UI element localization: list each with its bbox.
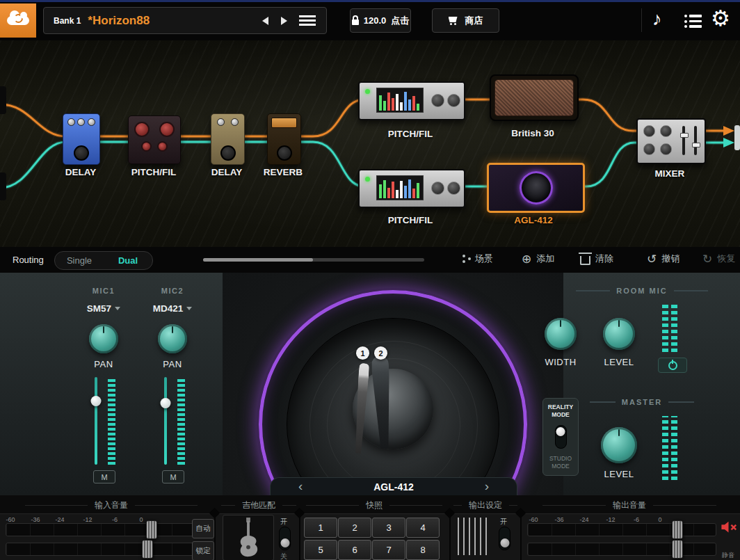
- room-mic-title: ROOM MIC: [616, 287, 667, 295]
- mic2-mute-button[interactable]: M: [162, 470, 184, 483]
- preset-name: *Horizon88: [88, 14, 150, 28]
- cloud-sync-button[interactable]: [0, 3, 36, 38]
- redo-button[interactable]: ↻ 恢复: [702, 253, 735, 265]
- cab-agl412-selected[interactable]: [487, 163, 585, 213]
- routing-single-option[interactable]: Single: [55, 255, 104, 266]
- output-gain-handle[interactable]: [672, 520, 683, 539]
- undo-label: 撤销: [661, 253, 679, 265]
- rack-mixer[interactable]: [636, 118, 706, 164]
- input-gain-handle-2[interactable]: [142, 540, 153, 559]
- output-mute-button[interactable]: [719, 518, 738, 536]
- mic1-level-meter: [108, 377, 115, 465]
- guitar-match-title: 吉他匹配: [221, 499, 296, 511]
- preset-menu-icon[interactable]: [299, 15, 316, 26]
- master-meter: [662, 416, 677, 480]
- scale-label: 0: [652, 516, 668, 523]
- preset-next-button[interactable]: [275, 8, 293, 33]
- toggle-knob[interactable]: [280, 538, 289, 547]
- snapshot-1-button[interactable]: 1: [304, 518, 337, 538]
- rack-pitchfil-bottom[interactable]: [358, 169, 465, 208]
- reality-mode-toggle[interactable]: [555, 425, 567, 449]
- room-mic-power-button[interactable]: [658, 358, 687, 373]
- room-mic-meter: [662, 305, 677, 352]
- signal-chain-canvas[interactable]: DELAY PITCH/FIL DELAY REVERB PITCH/FIL B…: [0, 40, 740, 247]
- cab-grille: [494, 79, 574, 116]
- output-settings-toggle[interactable]: [499, 527, 510, 550]
- mic2-level-slider[interactable]: [164, 377, 167, 465]
- list-icon: [684, 15, 702, 17]
- cab-prev-button[interactable]: ‹: [298, 479, 303, 494]
- snapshot-5-button[interactable]: 5: [304, 540, 337, 560]
- routing-mode-toggle[interactable]: Single Dual: [54, 251, 153, 270]
- output-gain-handle-2[interactable]: [672, 540, 683, 559]
- input-level-bar: [6, 523, 198, 536]
- width-label: WIDTH: [533, 357, 588, 367]
- scenes-button[interactable]: 场景: [462, 253, 493, 265]
- device-label: British 30: [484, 128, 581, 138]
- toggle-knob[interactable]: [556, 427, 565, 436]
- mic2-level-meter: [177, 377, 185, 465]
- cab-name: AGL-412: [373, 481, 414, 493]
- mic2-slider-thumb[interactable]: [161, 398, 171, 408]
- mic2-pan-knob[interactable]: [158, 324, 187, 353]
- rack-pitchfil-top[interactable]: [358, 81, 465, 120]
- mic2-position-marker[interactable]: 2: [374, 346, 387, 360]
- settings-button[interactable]: ⚙: [711, 8, 730, 29]
- scale-label: -6: [629, 516, 644, 523]
- pedal-delay-1[interactable]: [63, 113, 100, 165]
- routing-title: Routing: [13, 255, 44, 265]
- tempo-tap-button[interactable]: 120.0 点击: [350, 8, 411, 33]
- mic2-pan-label: PAN: [145, 359, 200, 369]
- mic1-level-slider[interactable]: [95, 377, 97, 465]
- add-button[interactable]: ⊕ 添加: [522, 253, 554, 265]
- mic2-label: MIC2: [145, 287, 200, 295]
- room-width-knob[interactable]: [545, 318, 577, 350]
- snapshot-8-button[interactable]: 8: [406, 540, 440, 560]
- preset-selector[interactable]: Bank 1 *Horizon88: [43, 7, 327, 34]
- chain-scrollbar[interactable]: [203, 258, 424, 262]
- room-level-knob[interactable]: [603, 318, 635, 350]
- pedal-pitchfil[interactable]: [128, 115, 181, 164]
- output-settings-eq-icon[interactable]: [458, 518, 487, 555]
- bottom-header-strip: 输入音量 吉他匹配 快照 输出设定 输出音量: [0, 495, 740, 514]
- input-gain-handle[interactable]: [146, 520, 157, 539]
- snapshot-3-button[interactable]: 3: [372, 518, 405, 538]
- pedal-delay-2[interactable]: [211, 113, 245, 165]
- master-level-knob[interactable]: [601, 427, 637, 463]
- mic1-pan-knob[interactable]: [89, 324, 118, 353]
- pedal-reverb[interactable]: [267, 113, 301, 165]
- mic1-position-marker[interactable]: 1: [356, 346, 369, 360]
- toggle-knob[interactable]: [500, 538, 509, 547]
- guitar-match-toggle[interactable]: [279, 527, 291, 550]
- mic1-model-dropdown[interactable]: SM57: [72, 303, 135, 314]
- input-lock-button[interactable]: 锁定: [192, 541, 214, 560]
- chain-scrollbar-thumb[interactable]: [203, 258, 313, 262]
- mic2-model-dropdown[interactable]: MD421: [141, 303, 204, 314]
- clear-button[interactable]: 清除: [580, 253, 613, 265]
- device-label: MIXER: [621, 168, 718, 179]
- chevron-down-icon: [115, 307, 120, 310]
- music-note-icon: ♪: [652, 8, 662, 29]
- routing-dual-option[interactable]: Dual: [104, 255, 152, 266]
- guitar-match-display[interactable]: [223, 515, 274, 560]
- preset-prev-button[interactable]: [256, 8, 275, 33]
- mic1-mute-button[interactable]: M: [93, 470, 115, 483]
- snapshot-2-button[interactable]: 2: [338, 518, 371, 538]
- scale-label: -12: [603, 516, 618, 523]
- snapshot-4-button[interactable]: 4: [406, 518, 440, 538]
- store-button[interactable]: 商店: [432, 8, 499, 33]
- bottom-panel: 输入音量 吉他匹配 快照 输出设定 输出音量 -60 -36 -24 -12 -…: [0, 495, 740, 560]
- cab-selector: ‹ AGL-412 ›: [270, 477, 517, 496]
- redo-icon: ↻: [702, 253, 712, 265]
- input-auto-button[interactable]: 自动: [192, 519, 214, 538]
- snapshot-6-button[interactable]: 6: [338, 540, 371, 560]
- metronome-button[interactable]: ♪: [652, 10, 662, 29]
- cab-british30[interactable]: [490, 74, 579, 121]
- cab-next-button[interactable]: ›: [485, 479, 489, 494]
- store-label: 商店: [465, 15, 483, 27]
- mic1-slider-thumb[interactable]: [91, 396, 102, 406]
- undo-button[interactable]: ↺ 撤销: [647, 253, 679, 265]
- snapshot-7-button[interactable]: 7: [372, 540, 405, 560]
- preset-list-button[interactable]: [684, 15, 702, 28]
- redo-label: 恢复: [717, 253, 735, 265]
